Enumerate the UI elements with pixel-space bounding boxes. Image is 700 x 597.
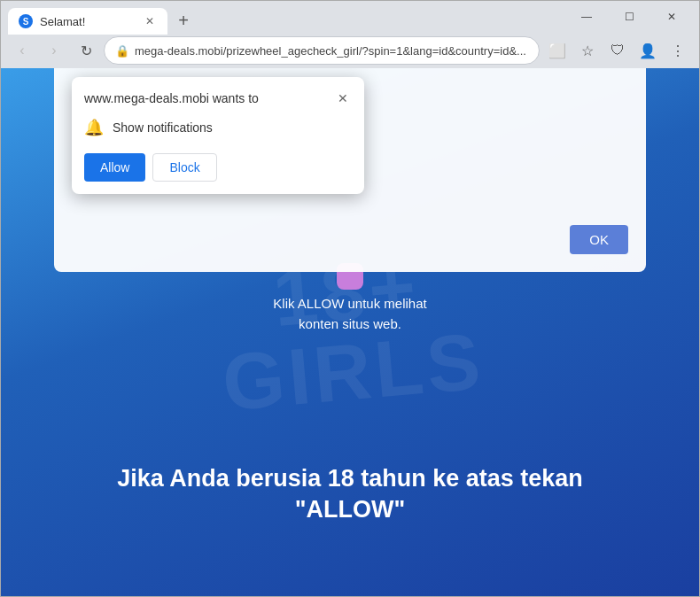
title-bar: S Selamat! ✕ + — ☐ ✕ [1, 1, 699, 33]
dialog-title: www.mega-deals.mobi wants to [84, 91, 259, 105]
dialog-buttons: Allow Block [72, 150, 364, 194]
extension-icon[interactable]: 🛡 [603, 36, 632, 65]
dialog-close-button[interactable]: ✕ [334, 89, 352, 107]
profile-icon[interactable]: 👤 [634, 36, 662, 65]
block-button[interactable]: Block [152, 153, 216, 182]
close-button[interactable]: ✕ [651, 3, 692, 31]
tab-title: Selamat! [40, 15, 136, 28]
active-tab[interactable]: S Selamat! ✕ [8, 8, 167, 35]
address-bar: ‹ › ↻ 🔒 mega-deals.mobi/prizewheel_agech… [1, 33, 699, 68]
maximize-button[interactable]: ☐ [609, 3, 649, 31]
back-button[interactable]: ‹ [8, 36, 36, 65]
dialog-bell-icon: 🔔 [84, 118, 104, 137]
klik-line1: Klik ALLOW untuk melihat [273, 296, 426, 311]
tab-close-button[interactable]: ✕ [143, 14, 157, 28]
forward-button[interactable]: › [40, 36, 68, 65]
minimize-button[interactable]: — [566, 3, 607, 31]
ok-button[interactable]: OK [570, 225, 628, 254]
headline-line1: Jika Anda berusia 18 tahun ke atas tekan [117, 465, 583, 492]
toolbar-icons: ⬜ ☆ 🛡 👤 ⋮ [543, 36, 692, 65]
reload-button[interactable]: ↻ [72, 36, 100, 65]
tab-favicon: S [19, 14, 33, 28]
cast-icon[interactable]: ⬜ [543, 36, 572, 65]
notification-dialog: www.mega-deals.mobi wants to ✕ 🔔 Show no… [72, 77, 364, 194]
headline-line2: "ALLOW" [295, 496, 406, 523]
url-text: mega-deals.mobi/prizewheel_agecheck_girl… [135, 44, 528, 58]
url-bar[interactable]: 🔒 mega-deals.mobi/prizewheel_agecheck_gi… [104, 36, 540, 65]
headline-text: Jika Anda berusia 18 tahun ke atas tekan… [117, 463, 583, 525]
lock-icon: 🔒 [115, 44, 129, 58]
dialog-permission-label: Show notifications [113, 120, 213, 135]
klik-line2: konten situs web. [299, 316, 401, 331]
tab-bar: S Selamat! ✕ + [8, 1, 563, 33]
menu-icon[interactable]: ⋮ [664, 36, 692, 65]
bookmark-icon[interactable]: ☆ [573, 36, 602, 65]
dialog-permission-row: 🔔 Show notifications [72, 114, 364, 150]
window-controls: — ☐ ✕ [566, 3, 692, 31]
browser-window: S Selamat! ✕ + — ☐ ✕ ‹ › ↻ 🔒 mega-deals.… [0, 0, 700, 597]
dialog-header: www.mega-deals.mobi wants to ✕ [72, 77, 364, 114]
klik-allow-text: Klik ALLOW untuk melihat konten situs we… [273, 294, 426, 334]
viewport: 18+GIRLS OK www.mega-deals.mobi wants to… [1, 68, 699, 596]
new-tab-button[interactable]: + [171, 8, 196, 33]
allow-button[interactable]: Allow [84, 153, 145, 182]
